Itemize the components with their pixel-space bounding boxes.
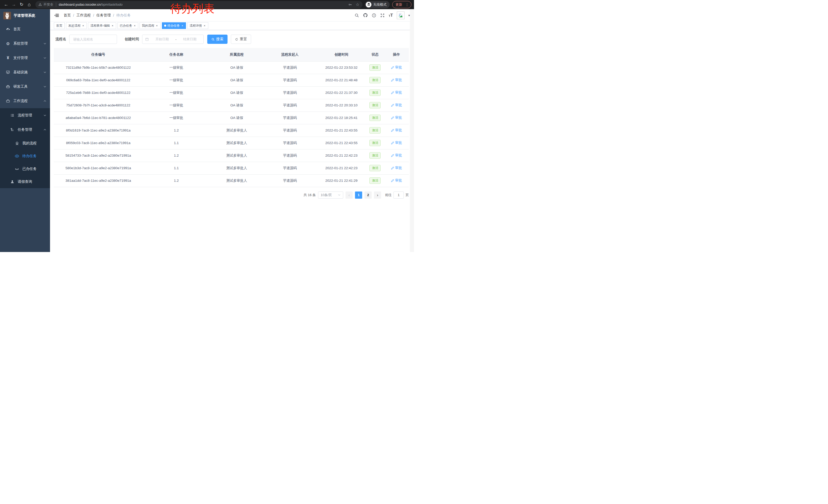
reset-button[interactable]: 重置 xyxy=(231,35,251,44)
status-badge: 激活 xyxy=(369,152,381,159)
approve-link[interactable]: 审批 xyxy=(391,103,402,107)
browser-reload-icon[interactable]: ↻ xyxy=(18,1,25,8)
approve-link[interactable]: 审批 xyxy=(391,153,402,158)
tab-close-icon[interactable]: × xyxy=(82,24,84,28)
chevron-down-icon xyxy=(43,85,46,88)
fullscreen-icon[interactable] xyxy=(380,13,385,18)
approve-link[interactable]: 审批 xyxy=(391,140,402,145)
prev-page-button[interactable]: ‹ xyxy=(345,191,353,199)
update-label[interactable]: 更新 xyxy=(396,2,402,7)
sidebar-item-label: 基础设施 xyxy=(13,70,28,75)
page-scrollbar[interactable] xyxy=(410,9,414,252)
approve-link[interactable]: 审批 xyxy=(391,166,402,170)
view-tab[interactable]: 待办任务 × xyxy=(162,22,186,29)
page-size-select[interactable]: 10条/页 xyxy=(318,191,343,199)
edit-pen-icon xyxy=(391,154,394,157)
next-page-button[interactable]: › xyxy=(374,191,381,199)
table-row: 580e1b3d-7ac8-11ec-a9e2-a2380e71991a 1.1… xyxy=(54,162,409,174)
search-button[interactable]: 搜索 xyxy=(207,35,227,44)
starter-cell: 芋道源码 xyxy=(263,74,317,86)
divider xyxy=(56,3,56,7)
browser-menu-icon[interactable]: ⋮ xyxy=(405,3,410,7)
approve-link[interactable]: 审批 xyxy=(391,78,402,82)
sidebar-item-home[interactable]: 首页 xyxy=(0,22,50,36)
view-tab[interactable]: 已办任务 × xyxy=(118,22,138,29)
edit-pen-icon xyxy=(391,79,394,82)
create-time-cell: 2022-01-22 21:48:48 xyxy=(317,74,366,86)
sidebar-item-task-mgmt[interactable]: 任务管理 xyxy=(0,123,50,137)
sidebar-item-dev[interactable]: 研发工具 xyxy=(0,80,50,94)
sidebar-item-todo-tasks[interactable]: 待办任务 xyxy=(0,150,50,163)
task-name-cell: 1.2 xyxy=(142,124,210,137)
filter-form: 流程名 创建时间 开始日期 - 结束日期 搜索 重置 xyxy=(55,35,414,44)
refresh-icon xyxy=(235,38,238,41)
font-size-icon[interactable]: TT xyxy=(388,13,393,17)
sidebar-item-workflow[interactable]: 工作流程 xyxy=(0,94,50,108)
tab-close-icon[interactable]: × xyxy=(156,24,158,28)
search-icon[interactable] xyxy=(355,13,359,18)
app-logo[interactable]: 芋道管理系统 xyxy=(0,9,50,22)
breadcrumb-separator: / xyxy=(113,13,114,17)
address-bar[interactable]: 不安全 dashboard.yudao.iocoder.cn/bpm/task/… xyxy=(35,1,363,8)
process-name-input[interactable] xyxy=(69,35,117,44)
eye-icon xyxy=(15,154,19,158)
breadcrumb-item[interactable]: 任务管理 xyxy=(96,13,111,18)
page-number-button[interactable]: 1 xyxy=(355,191,362,199)
page-size-value: 10条/页 xyxy=(321,193,332,197)
approve-link[interactable]: 审批 xyxy=(391,65,402,70)
task-name-cell: 1.1 xyxy=(142,137,210,149)
sidebar-collapse-icon[interactable] xyxy=(54,13,59,18)
browser-toolbar: ← → ↻ ⌂ 不安全 dashboard.yudao.iocoder.cn/b… xyxy=(0,0,414,9)
help-icon[interactable]: ? xyxy=(372,13,376,18)
password-key-icon[interactable] xyxy=(348,3,352,7)
edit-pen-icon xyxy=(391,116,394,120)
table-header-cell: 所属流程 xyxy=(210,48,263,61)
task-id-cell: a6aba0a4-7b6d-11ec-b781-acde48001122 xyxy=(54,111,142,124)
sidebar-item-label: 工作流程 xyxy=(13,99,28,103)
table-header-cell: 状态 xyxy=(366,48,384,61)
date-range-picker[interactable]: 开始日期 - 结束日期 xyxy=(142,35,204,44)
page-number-button[interactable]: 2 xyxy=(365,191,372,199)
task-name-cell: 一级审批 xyxy=(142,86,210,99)
view-tab[interactable]: 流程详情 × xyxy=(187,22,208,29)
view-tab[interactable]: 首页 × xyxy=(54,22,65,29)
task-id-cell: 381aa1dd-7ac8-11ec-a9e2-a2380e71991a xyxy=(54,174,142,187)
breadcrumb-item[interactable]: 待办任务 xyxy=(117,13,131,18)
browser-update-button[interactable]: 更新 ⋮ xyxy=(392,1,411,8)
github-icon[interactable] xyxy=(363,13,368,18)
create-time-cell: 2022-01-22 20:33:10 xyxy=(317,99,366,111)
sidebar-item-process-mgmt[interactable]: 流程管理 xyxy=(0,108,50,123)
starter-cell: 芋道源码 xyxy=(263,111,317,124)
table-row: 069c6a63-7b8a-11ec-8ef0-acde48001122 一级审… xyxy=(54,74,409,86)
sidebar-item-pay[interactable]: ¥ 支付管理 xyxy=(0,51,50,65)
bookmark-star-icon[interactable]: ☆ xyxy=(356,2,359,7)
browser-back-icon[interactable]: ← xyxy=(3,1,10,8)
sidebar-item-my-process[interactable]: 我的流程 xyxy=(0,137,50,150)
security-warning[interactable]: 不安全 xyxy=(38,2,53,7)
approve-link[interactable]: 审批 xyxy=(391,90,402,95)
edit-pen-icon xyxy=(391,66,394,69)
breadcrumb-item[interactable]: 首页 xyxy=(64,13,71,18)
view-tab[interactable]: 流程表单-编辑 × xyxy=(88,22,116,29)
approve-link[interactable]: 审批 xyxy=(391,128,402,133)
goto-page-input[interactable] xyxy=(394,191,404,199)
sidebar-item-system[interactable]: ⚙ 系统管理 xyxy=(0,36,50,51)
view-tab[interactable]: 我的流程 × xyxy=(139,22,160,29)
approve-link[interactable]: 审批 xyxy=(391,178,402,183)
status-badge: 激活 xyxy=(369,102,381,108)
breadcrumb-item[interactable]: 工作流程 xyxy=(76,13,91,18)
task-name-cell: 1.1 xyxy=(142,162,210,174)
sidebar-item-done-tasks[interactable]: 已办任务 xyxy=(0,163,50,175)
browser-home-icon[interactable]: ⌂ xyxy=(26,1,33,8)
total-count: 共 16 条 xyxy=(303,193,316,197)
approve-link[interactable]: 审批 xyxy=(391,116,402,120)
tab-close-icon[interactable]: × xyxy=(133,24,136,28)
browser-forward-icon[interactable]: → xyxy=(10,1,17,8)
sidebar-item-leave-query[interactable]: 请假查询 xyxy=(0,175,50,188)
view-tab[interactable]: 发起流程 × xyxy=(66,22,87,29)
tab-close-icon[interactable]: × xyxy=(203,24,206,28)
avatar[interactable] xyxy=(397,11,405,19)
tab-close-icon[interactable]: × xyxy=(111,24,114,28)
tab-close-icon[interactable]: × xyxy=(181,24,184,28)
sidebar-item-infra[interactable]: 基础设施 xyxy=(0,65,50,80)
